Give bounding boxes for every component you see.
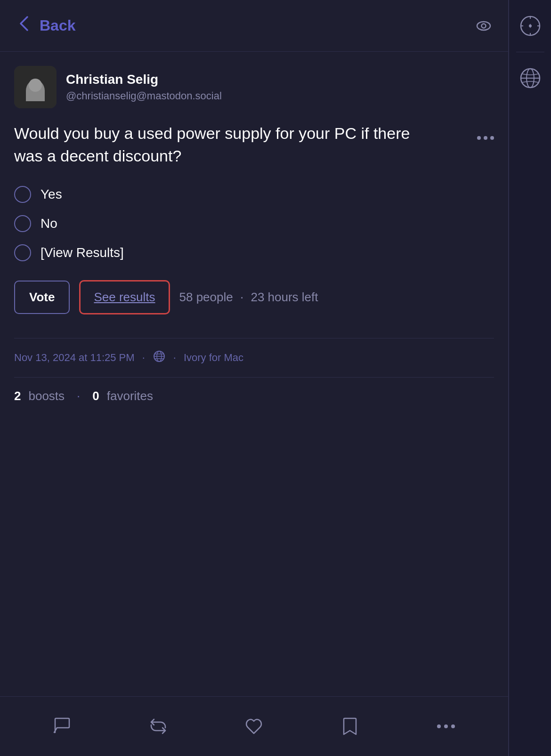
poll-option-yes[interactable]: Yes xyxy=(14,186,494,203)
svg-point-4 xyxy=(490,136,494,140)
vote-count: 58 people xyxy=(179,290,233,304)
post-header-row: Would you buy a used power supply for yo… xyxy=(14,122,494,186)
post-text: Would you buy a used power supply for yo… xyxy=(14,122,422,167)
svg-point-2 xyxy=(477,136,481,140)
poll-option-view-results[interactable]: [View Results] xyxy=(14,244,494,261)
radio-yes[interactable] xyxy=(14,186,31,203)
poll-option-yes-label: Yes xyxy=(41,187,62,202)
meta-separator-2: · xyxy=(173,352,176,364)
svg-point-10 xyxy=(437,724,441,728)
back-label: Back xyxy=(40,17,76,34)
radio-no[interactable] xyxy=(14,215,31,232)
more-toolbar-button[interactable] xyxy=(429,710,462,743)
post-area: Christian Selig @christianselig@mastodon… xyxy=(0,52,508,696)
boosts-label: boosts xyxy=(28,389,65,403)
svg-point-1 xyxy=(482,24,486,28)
favorites-label: favorites xyxy=(107,389,153,403)
post-date: Nov 13, 2024 at 11:25 PM xyxy=(14,352,135,364)
time-left: 23 hours left xyxy=(251,290,318,304)
side-divider-1 xyxy=(516,52,544,52)
svg-point-11 xyxy=(444,724,448,728)
favorite-button[interactable] xyxy=(237,710,270,743)
post-client: Ivory for Mac xyxy=(184,352,243,364)
poll-separator-1: · xyxy=(240,290,243,304)
poll-option-no-label: No xyxy=(41,216,57,231)
radio-view-results[interactable] xyxy=(14,244,31,261)
author-name: Christian Selig xyxy=(66,72,222,87)
globe-side-button[interactable] xyxy=(519,66,542,90)
reply-button[interactable] xyxy=(46,710,79,743)
back-button[interactable]: Back xyxy=(14,13,76,38)
poll-option-no[interactable]: No xyxy=(14,215,494,232)
svg-point-0 xyxy=(477,22,490,30)
bottom-toolbar xyxy=(0,696,508,756)
boosts-count: 2 xyxy=(14,389,21,403)
author-info: Christian Selig @christianselig@mastodon… xyxy=(66,72,222,102)
author-row: Christian Selig @christianselig@mastodon… xyxy=(14,66,494,108)
visibility-button[interactable] xyxy=(473,16,494,36)
side-panel xyxy=(509,0,551,756)
header: Back xyxy=(0,0,508,52)
avatar-image xyxy=(14,66,57,108)
poll-actions: Vote See results 58 people · 23 hours le… xyxy=(14,280,494,314)
stats-row: 2 boosts · 0 favorites xyxy=(14,377,494,415)
header-icons xyxy=(473,16,494,36)
vote-button[interactable]: Vote xyxy=(14,281,70,314)
svg-point-3 xyxy=(484,136,487,140)
author-handle: @christianselig@mastodon.social xyxy=(66,90,222,102)
more-options-button[interactable] xyxy=(477,122,494,145)
avatar xyxy=(14,66,57,108)
post-meta: Nov 13, 2024 at 11:25 PM · · Ivory for M… xyxy=(14,338,494,377)
stats-separator: · xyxy=(77,389,80,403)
favorites-count: 0 xyxy=(92,389,99,403)
poll-options: Yes No [View Results] xyxy=(14,186,494,261)
globe-icon-small xyxy=(153,350,166,366)
svg-point-12 xyxy=(451,724,455,728)
main-panel: Back Christian Selig @christianselig@mas… xyxy=(0,0,509,756)
poll-meta: 58 people · 23 hours left xyxy=(179,290,318,305)
boost-button[interactable] xyxy=(142,710,175,743)
poll-option-view-results-label: [View Results] xyxy=(41,245,124,260)
back-arrow-icon xyxy=(14,13,35,38)
compass-side-button[interactable] xyxy=(519,14,542,38)
bookmark-button[interactable] xyxy=(333,710,366,743)
see-results-button[interactable]: See results xyxy=(79,280,170,314)
meta-separator-1: · xyxy=(142,352,145,364)
